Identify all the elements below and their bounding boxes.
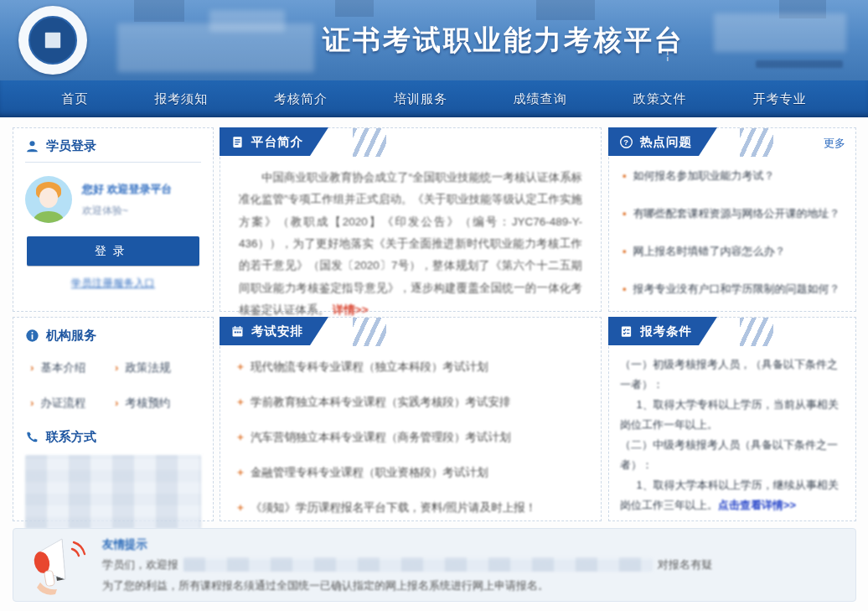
- nav-item-intro[interactable]: 考核简介: [274, 91, 328, 107]
- login-user-row: 您好 欢迎登录平台 欢迎体验~: [25, 176, 201, 223]
- service-link-basic[interactable]: ›基本介绍: [30, 360, 115, 375]
- login-panel-title: 学员登录: [46, 138, 96, 154]
- faq-panel-title: 热点问题: [640, 134, 692, 150]
- login-subgreeting: 欢迎体验~: [82, 204, 173, 218]
- conditions-body: （一）初级考核报考人员，（具备以下条件之一者）： 1、取得大学专科以上学历，当前…: [609, 318, 855, 515]
- schedule-text: 汽车营销独立本科专业课程（商务管理段）考试计划: [251, 431, 511, 443]
- calendar-icon: [230, 324, 245, 339]
- schedule-item[interactable]: +金融管理专科专业课程（职业资格段）考试计划: [237, 465, 584, 480]
- service-link-process[interactable]: ›办证流程: [30, 396, 115, 411]
- nav-item-notice[interactable]: 报考须知: [154, 91, 208, 107]
- megaphone-icon: [28, 534, 89, 596]
- condition-line: 1、取得大学本科以上学历，继续从事相关岗位工作三年以上。点击查看详情>>: [620, 475, 845, 515]
- condition-line: （一）初级考核报考人员，（具备以下条件之一者）：: [620, 355, 845, 395]
- bullet-icon: •: [623, 282, 627, 295]
- services-panel: 机构服务 ›基本介绍 ›政策法规 ›办证流程 ›考核预约 联系方式 咨询电话：4…: [13, 317, 214, 521]
- site-logo: [18, 6, 87, 75]
- bullet-icon: +: [237, 396, 244, 408]
- login-greeting-block: 您好 欢迎登录平台 欢迎体验~: [82, 182, 173, 218]
- phone-icon: [25, 430, 39, 444]
- redacted-notice-block: [183, 557, 653, 572]
- schedule-item[interactable]: +《须知》学历课程报名平台下载，资料/照片请及时上报！: [237, 500, 584, 515]
- faq-item[interactable]: •有哪些配套课程资源与网络公开课的地址？: [623, 206, 842, 221]
- nav-item-majors[interactable]: 开考专业: [752, 91, 806, 107]
- skyline-shape: [335, 0, 374, 17]
- conditions-panel-header: 报考条件: [608, 317, 717, 345]
- notice-bar: 友情提示 学员们，欢迎报 对报名有疑 为了您的利益，所有课程报名须通过全国统一已…: [13, 528, 856, 602]
- nav-item-score[interactable]: 成绩查询: [514, 91, 567, 107]
- ribbon-decoration: [740, 318, 773, 346]
- schedule-item[interactable]: +现代物流专科专业课程（独立本科段）考试计划: [237, 360, 584, 375]
- schedule-item[interactable]: +汽车营销独立本科专业课程（商务管理段）考试计划: [237, 430, 584, 445]
- notice-line1-suffix: 对报名有疑: [658, 557, 712, 572]
- schedule-text: 《须知》学历课程报名平台下载，资料/照片请及时上报！: [251, 501, 536, 514]
- arrow-icon: ›: [115, 396, 119, 409]
- avatar: [25, 176, 72, 223]
- schedule-list: +现代物流专科专业课程（独立本科段）考试计划 +学前教育独立本科专业课程（实践考…: [220, 318, 601, 515]
- bullet-icon: •: [623, 207, 627, 220]
- service-link-policy[interactable]: ›政策法规: [115, 360, 199, 375]
- avatar-shirt: [34, 211, 64, 223]
- svg-text:?: ?: [623, 137, 629, 146]
- redacted-block: [209, 10, 285, 32]
- faq-question: 有哪些配套课程资源与网络公开课的地址？: [633, 207, 840, 220]
- faq-item[interactable]: •报考专业没有户口和学历限制的问题如何？: [623, 282, 842, 297]
- login-panel: 学员登录 您好 欢迎登录平台 欢迎体验~ 登录 学员注册服务入口: [13, 127, 214, 312]
- nav-item-training[interactable]: 培训服务: [394, 91, 447, 107]
- contact-header: 联系方式: [25, 429, 201, 445]
- intro-panel-header: 平台简介: [220, 127, 328, 156]
- main-nav: 首页 报考须知 考核简介 培训服务 成绩查询 政策文件 开考专业: [0, 80, 868, 117]
- schedule-panel-header: 考试安排: [220, 317, 328, 345]
- schedule-panel-title: 考试安排: [251, 324, 303, 339]
- services-links: ›基本介绍 ›政策法规 ›办证流程 ›考核预约: [30, 360, 199, 411]
- page: 证书考试职业能力考核平台 ¦ 首页 报考须知 考核简介 培训服务 成绩查询 政策…: [0, 0, 868, 611]
- nav-item-home[interactable]: 首页: [61, 91, 88, 107]
- bullet-icon: •: [623, 245, 627, 257]
- notice-line2: 为了您的利益，所有课程报名须通过全国统一已确认指定的网上报名系统进行网上申请报名…: [102, 578, 840, 593]
- schedule-panel: 考试安排 +现代物流专科专业课程（独立本科段）考试计划 +学前教育独立本科专业课…: [220, 317, 602, 521]
- conditions-detail-link[interactable]: 点击查看详情>>: [718, 499, 796, 511]
- bullet-icon: +: [237, 501, 244, 514]
- login-button[interactable]: 登录: [27, 236, 199, 266]
- faq-item[interactable]: •网上报名时填错了内容怎么办？: [623, 244, 842, 259]
- service-link-booking[interactable]: ›考核预约: [115, 396, 199, 411]
- arrow-icon: ›: [115, 361, 119, 374]
- ribbon-decoration: [353, 318, 386, 346]
- login-greeting: 您好 欢迎登录平台: [82, 182, 173, 197]
- logo-seal-icon: [28, 16, 77, 65]
- schedule-item[interactable]: +学前教育独立本科专业课程（实践考核段）考试安排: [237, 395, 584, 410]
- faq-item[interactable]: •如何报名参加职业能力考试？: [623, 168, 842, 184]
- notice-content: 友情提示 学员们，欢迎报 对报名有疑 为了您的利益，所有课程报名须通过全国统一已…: [102, 537, 840, 593]
- info-icon: [25, 329, 39, 343]
- avatar-face: [39, 188, 58, 208]
- skyline-shape: [134, 0, 184, 22]
- faq-more-link[interactable]: 更多: [824, 136, 845, 151]
- logo-emblem-icon: [38, 25, 69, 56]
- redacted-block: [756, 60, 843, 68]
- schedule-text: 现代物流专科专业课程（独立本科段）考试计划: [251, 360, 488, 373]
- ribbon-decoration: [740, 128, 773, 157]
- services-panel-header: 机构服务: [25, 328, 201, 344]
- nav-item-policy[interactable]: 政策文件: [633, 91, 687, 107]
- intro-panel-title: 平台简介: [251, 134, 303, 150]
- faq-panel: ? 热点问题 更多 •如何报名参加职业能力考试？ •有哪些配套课程资源与网络公开…: [608, 127, 856, 312]
- intro-detail-link[interactable]: 详情>>: [333, 303, 369, 316]
- user-icon: [25, 139, 39, 153]
- faq-question: 报考专业没有户口和学历限制的问题如何？: [633, 282, 840, 295]
- faq-question: 网上报名时填错了内容怎么办？: [633, 245, 786, 257]
- bullet-icon: •: [623, 169, 627, 182]
- skyline-shape: [536, 0, 595, 20]
- header: 证书考试职业能力考核平台 ¦: [0, 0, 868, 80]
- faq-question: 如何报名参加职业能力考试？: [633, 169, 775, 182]
- schedule-text: 学前教育独立本科专业课程（实践考核段）考试安排: [251, 396, 511, 408]
- redacted-address-block: [25, 455, 201, 529]
- redacted-block: [714, 13, 846, 52]
- intro-paragraph: 中国商业职业教育协会成立了“全国职业技能统一考核认证体系标准化监管”专项工作组并…: [220, 128, 601, 321]
- login-register-link[interactable]: 学员注册服务入口: [25, 277, 201, 291]
- login-panel-header: 学员登录: [25, 138, 201, 163]
- bullet-icon: +: [237, 360, 244, 373]
- schedule-text: 金融管理专科专业课程（职业资格段）考试计划: [251, 466, 488, 479]
- header-mark: ¦: [666, 49, 669, 61]
- faq-panel-header: ? 热点问题: [608, 127, 717, 156]
- notice-line1-prefix: 学员们，欢迎报: [102, 557, 178, 572]
